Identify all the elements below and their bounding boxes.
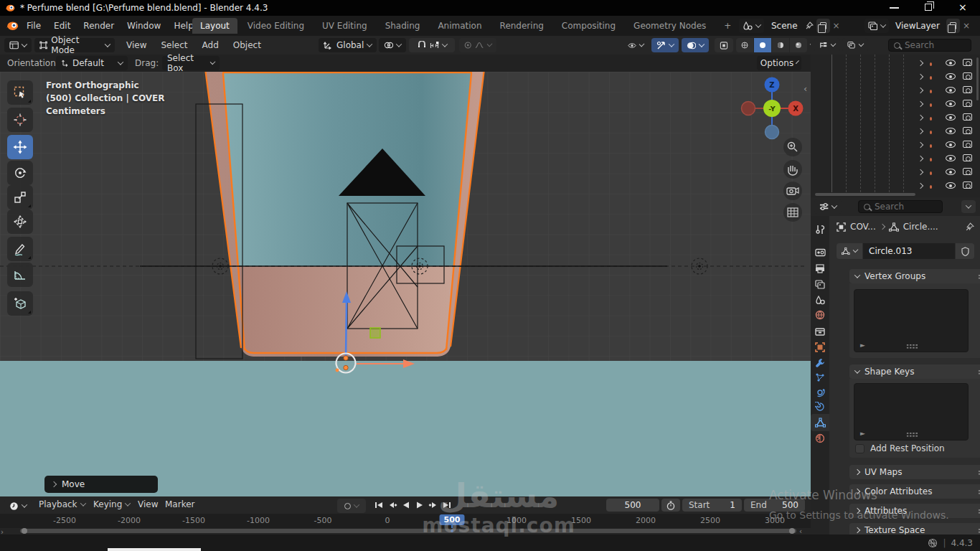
- shape-keys-list[interactable]: ►: [854, 383, 969, 441]
- render-visibility-icon[interactable]: [963, 154, 972, 161]
- current-frame-field[interactable]: 500: [606, 499, 659, 512]
- outliner-display-mode-button[interactable]: [814, 38, 840, 52]
- blender-menu-logo-icon[interactable]: [6, 19, 19, 32]
- frame-end-field[interactable]: End500: [744, 499, 805, 512]
- tab-constraints[interactable]: [811, 398, 829, 415]
- workspace-tab[interactable]: Compositing: [554, 18, 623, 34]
- tab-object[interactable]: [811, 339, 829, 356]
- render-visibility-icon[interactable]: [963, 113, 972, 121]
- scene-pin-icon[interactable]: [805, 22, 814, 30]
- scene-unlink-icon[interactable]: ×: [833, 22, 840, 30]
- tab-tool[interactable]: [811, 221, 829, 238]
- hide-eye-icon[interactable]: [946, 128, 956, 134]
- tool-select-box[interactable]: [7, 80, 33, 105]
- next-keyframe-button[interactable]: [426, 499, 440, 512]
- outliner-row[interactable]: [811, 138, 980, 151]
- workspace-tab[interactable]: Video Editing: [240, 18, 312, 34]
- properties-options-dropdown[interactable]: [961, 200, 976, 213]
- tab-material[interactable]: [811, 430, 829, 447]
- nav-axis-z-neg[interactable]: [765, 126, 779, 139]
- panel-shape-keys-header[interactable]: Shape Keys: [849, 364, 980, 379]
- panel-vertex-groups-header[interactable]: Vertex Groups: [849, 269, 980, 283]
- shading-material-button[interactable]: [772, 38, 789, 52]
- datablock-name-field[interactable]: Circle.013: [863, 243, 955, 259]
- render-visibility-icon[interactable]: [963, 59, 972, 66]
- outliner-row[interactable]: [811, 70, 980, 83]
- minimize-button[interactable]: [890, 7, 899, 9]
- add-rest-position-checkbox[interactable]: [855, 444, 864, 453]
- tool-annotate[interactable]: [7, 237, 33, 261]
- tool-measure[interactable]: [7, 263, 33, 287]
- overlays-toggle[interactable]: [682, 38, 709, 52]
- shading-wireframe-button[interactable]: [736, 38, 753, 52]
- pivot-point-dropdown[interactable]: [379, 38, 406, 52]
- workspace-tab[interactable]: Rendering: [492, 18, 552, 34]
- outliner-vscrollbar[interactable]: [976, 57, 979, 100]
- ortho-grid-button[interactable]: [783, 203, 802, 222]
- tool-cursor[interactable]: [7, 108, 33, 132]
- viewlayer-dropdown-button[interactable]: [864, 19, 889, 33]
- expand-chevron-icon[interactable]: [918, 141, 923, 147]
- main-menu-item[interactable]: Edit: [47, 18, 77, 34]
- gizmo-z-arrow[interactable]: [346, 303, 347, 359]
- hide-eye-icon[interactable]: [946, 182, 956, 189]
- fake-user-shield-button[interactable]: [956, 243, 974, 259]
- xray-toggle[interactable]: [715, 38, 733, 52]
- render-visibility-icon[interactable]: [963, 141, 972, 148]
- timeline-menu-view[interactable]: View: [138, 499, 158, 509]
- breadcrumb-object-data[interactable]: Circle....: [903, 222, 938, 232]
- properties-editor-type-button[interactable]: [814, 199, 842, 214]
- pan-hand-button[interactable]: [783, 160, 802, 179]
- expand-chevron-icon[interactable]: [918, 169, 923, 174]
- outliner-row[interactable]: [811, 97, 980, 110]
- properties-search[interactable]: [858, 200, 943, 213]
- tab-world[interactable]: [811, 306, 829, 324]
- timeline-menu-playback[interactable]: Playback: [39, 499, 85, 509]
- tab-output[interactable]: [811, 260, 829, 277]
- tab-collection[interactable]: [811, 323, 829, 340]
- main-menu-item[interactable]: File: [20, 18, 47, 34]
- jump-to-end-button[interactable]: [440, 499, 453, 512]
- pin-id-icon[interactable]: [965, 222, 974, 232]
- scene-dropdown-button[interactable]: [739, 19, 764, 33]
- auto-keying-toggle[interactable]: [337, 499, 366, 513]
- mode-dropdown[interactable]: Object Mode: [34, 38, 115, 52]
- play-reverse-button[interactable]: [399, 499, 413, 512]
- list-expand-icon[interactable]: ►: [860, 342, 865, 349]
- hide-eye-icon[interactable]: [946, 169, 956, 175]
- hide-eye-icon[interactable]: [946, 114, 956, 121]
- scene-copy-button[interactable]: [816, 19, 830, 33]
- snapping-control[interactable]: [409, 38, 455, 52]
- render-visibility-icon[interactable]: [963, 127, 972, 134]
- use-preview-range-button[interactable]: [661, 499, 680, 512]
- outliner-filter-button[interactable]: [842, 38, 868, 52]
- outliner-row[interactable]: [811, 151, 980, 165]
- tab-render[interactable]: [811, 244, 829, 261]
- hide-eye-icon[interactable]: [946, 100, 956, 107]
- sidebar-collapse-arrow[interactable]: ‹: [804, 83, 807, 94]
- timeline-editor-type-button[interactable]: [4, 499, 32, 513]
- current-frame-badge[interactable]: 500: [440, 514, 465, 525]
- list-resize-grip[interactable]: [906, 344, 918, 349]
- frame-start-field[interactable]: Start1: [682, 499, 742, 512]
- panel-color-attributes[interactable]: Color Attributes: [849, 484, 980, 499]
- operator-panel-move[interactable]: Move: [44, 476, 158, 493]
- render-visibility-icon[interactable]: [963, 168, 972, 175]
- list-resize-grip[interactable]: [906, 432, 918, 437]
- mesh-datablock-dropdown[interactable]: [837, 243, 862, 259]
- timeline-hscrollbar[interactable]: [20, 529, 796, 533]
- play-button[interactable]: [413, 499, 426, 512]
- scene-name[interactable]: Scene: [767, 21, 802, 31]
- outliner-row[interactable]: [811, 83, 980, 97]
- viewport-3d[interactable]: Z X -Y ‹ Front Orthographic (500) Collec…: [0, 72, 811, 496]
- proportional-editing-control[interactable]: [459, 38, 496, 52]
- outliner-search[interactable]: [888, 39, 971, 52]
- timeline-ruler[interactable]: -2500-2000-1500-1000-5000100015002000250…: [0, 514, 811, 528]
- hide-eye-icon[interactable]: [946, 73, 956, 80]
- restore-button[interactable]: [925, 4, 932, 11]
- workspace-tab[interactable]: Geometry Nodes: [626, 18, 714, 34]
- viewport-menu-item[interactable]: Select: [154, 37, 194, 53]
- expand-chevron-icon[interactable]: [918, 114, 923, 120]
- list-expand-icon[interactable]: ►: [860, 430, 865, 437]
- vertex-groups-list[interactable]: ►: [854, 289, 969, 352]
